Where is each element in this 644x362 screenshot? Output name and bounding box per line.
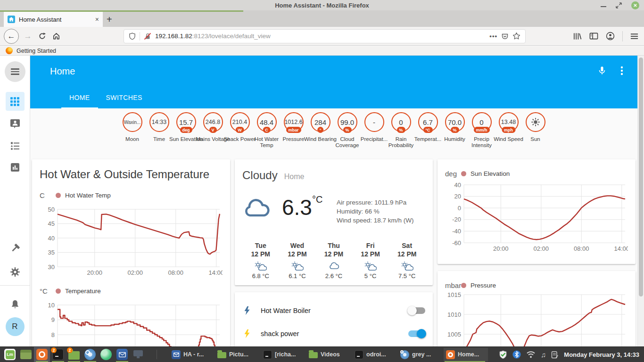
badge-cloud-coverage[interactable]: 99.0%Cloud Coverage xyxy=(334,112,361,148)
page-scrollbar[interactable] xyxy=(637,56,644,346)
taskbar-window-pictu-[interactable]: Pictu... xyxy=(215,348,259,362)
mint-menu-button[interactable]: Lm xyxy=(2,347,18,362)
library-icon[interactable] xyxy=(573,32,582,41)
page-content: R Home HOME SWITCHES Waxin...Moon14:33Ti… xyxy=(0,56,644,346)
badge-circle: 6.7°C xyxy=(418,112,438,132)
badge-hot-water-temp[interactable]: 48.4CHot Water Temp xyxy=(253,112,280,148)
url-bar[interactable]: 192.168.1.82:8123/lovelace/default_view … xyxy=(124,29,526,43)
pocket-icon[interactable] xyxy=(501,33,509,40)
launcher-terminal[interactable]: 2 xyxy=(50,347,66,362)
bookmark-getting-started[interactable]: Getting Started xyxy=(17,48,56,54)
launcher-firefox[interactable] xyxy=(34,347,50,362)
security-shield-icon[interactable] xyxy=(499,350,507,359)
badge-mains-voltage[interactable]: 246.8VMains Voltage xyxy=(199,112,226,148)
new-tab-button[interactable]: + xyxy=(107,14,112,25)
launcher-mail[interactable] xyxy=(114,347,130,362)
overflow-menu-icon[interactable] xyxy=(620,65,623,76)
switches-card: Hot Water Boiler shack power xyxy=(235,292,433,346)
cloudy-icon xyxy=(327,261,340,271)
bluetooth-icon[interactable] xyxy=(512,350,521,359)
bookmark-star-icon[interactable] xyxy=(512,32,520,40)
sidebar-item-configuration[interactable] xyxy=(9,266,21,278)
forecast-day: Wed xyxy=(279,241,316,250)
page-actions-icon[interactable]: ••• xyxy=(489,33,497,40)
forecast-time: 12 PM xyxy=(279,250,316,258)
sidebar-item-devtools[interactable] xyxy=(9,243,21,254)
badge-rain-probability[interactable]: 0%Rain Probability xyxy=(388,112,414,148)
apps-grid-icon xyxy=(10,97,19,106)
back-button[interactable]: ← xyxy=(4,29,19,44)
badge-unit: ° xyxy=(317,127,324,133)
badge-precip-intensity[interactable]: 0mm/hPrecip Intensity xyxy=(468,112,495,148)
forecast-day: Sat xyxy=(388,241,425,250)
microphone-icon[interactable] xyxy=(597,65,607,76)
badge-value: 1012.6 xyxy=(284,119,302,125)
taskbar-window-ha-r-[interactable]: HA - r... xyxy=(169,348,214,362)
show-panel-button[interactable] xyxy=(18,347,34,362)
reload-icon[interactable] xyxy=(36,30,48,42)
badge-count: 2 xyxy=(67,347,73,353)
badge-temperat-[interactable]: 6.7°CTemperat... xyxy=(414,112,441,148)
tab-close-icon[interactable]: × xyxy=(95,16,99,23)
cloudy-weather-icon xyxy=(242,197,272,219)
badge-wind-speed[interactable]: 13.48mphWind Speed xyxy=(495,112,522,148)
taskbar-clock[interactable]: Monday February 3, 14:33 xyxy=(564,351,639,358)
gear-icon xyxy=(9,266,21,278)
badge-pressure[interactable]: 1012.6mbarPressure xyxy=(280,112,307,148)
sidebar-menu-button[interactable] xyxy=(5,61,25,82)
badge-moon[interactable]: Waxin...Moon xyxy=(119,112,146,148)
minimize-button[interactable] xyxy=(601,6,606,7)
music-player-icon[interactable]: ♫ xyxy=(541,351,546,359)
taskbar-window-videos[interactable]: Videos xyxy=(306,348,351,362)
browser-tab[interactable]: Home Assistant × xyxy=(4,12,103,27)
partly-cloudy-icon xyxy=(401,261,413,271)
launcher-display[interactable] xyxy=(130,347,146,362)
launcher-chromium[interactable] xyxy=(82,347,98,362)
taskbar-window-grey-[interactable]: grey ... xyxy=(398,348,442,362)
forecast-wed: Wed12 PM6.1 °C xyxy=(279,241,316,280)
close-button[interactable]: ✕ xyxy=(631,1,639,9)
url-text[interactable]: 192.168.1.82:8123/lovelace/default_view xyxy=(155,33,486,40)
insecure-lock-icon[interactable] xyxy=(144,33,151,40)
svg-text:1010: 1010 xyxy=(447,311,461,318)
forecast-row: Tue12 PM6.8 °CWed12 PM6.1 °CThu12 PM2.6 … xyxy=(242,241,425,280)
badge-unit: °C xyxy=(423,127,432,133)
forward-button[interactable]: → xyxy=(22,30,34,42)
taskbar-window-odroi-[interactable]: odroi... xyxy=(352,348,396,362)
badge-time[interactable]: 14:33Time xyxy=(146,112,173,148)
home-button[interactable] xyxy=(50,30,62,42)
sidebar-item-logbook[interactable] xyxy=(9,140,21,151)
tab-switches[interactable]: SWITCHES xyxy=(98,87,150,108)
toggle-shack-power[interactable] xyxy=(408,330,425,337)
sidebar-notifications[interactable] xyxy=(9,299,21,310)
badge-sun[interactable]: Sun xyxy=(522,112,549,148)
clipboard-icon[interactable] xyxy=(551,351,558,359)
taskbar-window-home-[interactable]: Home... xyxy=(444,348,488,362)
badge-unit: mph xyxy=(502,127,515,133)
menu-icon[interactable] xyxy=(630,33,638,40)
sidebar-item-mailbox[interactable] xyxy=(9,118,21,129)
card-grid: Hot Water & Outside Temperature CHot Wat… xyxy=(32,159,636,346)
forecast-temp: 7.5 °C xyxy=(388,272,425,280)
svg-text:9: 9 xyxy=(51,316,55,323)
weather-card[interactable]: Cloudy Home 6.3°C Air pressure: 1011.9 h… xyxy=(235,159,433,285)
forecast-sat: Sat12 PM7.5 °C xyxy=(388,241,425,280)
partly-cloudy-icon xyxy=(364,261,377,271)
user-avatar[interactable]: R xyxy=(6,317,25,336)
sidebar-toggle-icon[interactable] xyxy=(589,32,598,40)
svg-text:02:00: 02:00 xyxy=(534,245,549,252)
sidebar-item-history[interactable] xyxy=(9,162,21,173)
badge-sun-elevation[interactable]: 15.7degSun Elevation xyxy=(173,112,199,148)
scrollbar-thumb[interactable] xyxy=(639,58,643,296)
launcher-files[interactable]: 2 xyxy=(66,347,82,362)
wifi-icon[interactable] xyxy=(526,351,536,358)
account-icon[interactable] xyxy=(606,32,615,41)
restore-button[interactable] xyxy=(616,2,622,8)
launcher-web-app[interactable] xyxy=(98,347,114,362)
taskbar-window--richa-[interactable]: [richa... xyxy=(261,348,305,362)
tracking-shield-icon[interactable] xyxy=(129,33,136,40)
sidebar-item-overview[interactable] xyxy=(6,92,25,111)
badge-value: Waxin... xyxy=(124,120,141,125)
tab-home[interactable]: HOME xyxy=(61,87,98,108)
toggle-hot-water-boiler[interactable] xyxy=(408,307,425,314)
